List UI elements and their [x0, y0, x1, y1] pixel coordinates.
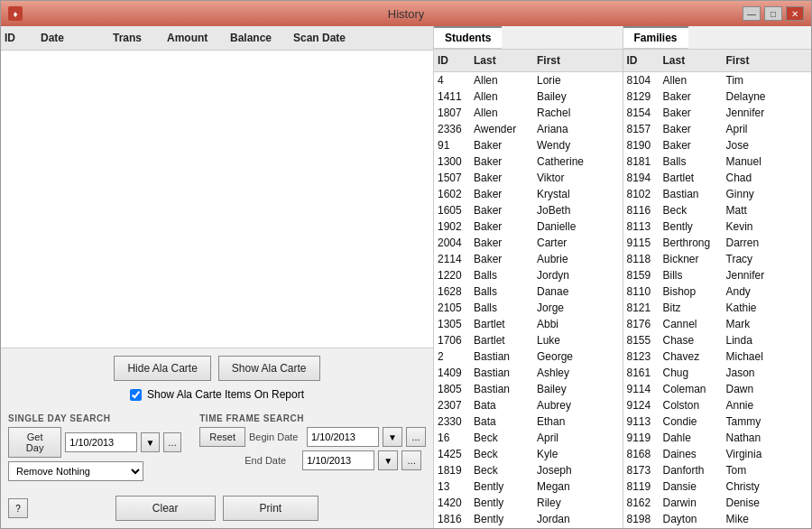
list-item[interactable]: 8159BillsJennifer	[623, 267, 812, 283]
list-item[interactable]: 1628BallsDanae	[434, 283, 623, 300]
list-item[interactable]: 1305BartletAbbi	[434, 316, 623, 332]
reset-begin-row: Reset Begin Date ▼ …	[199, 427, 426, 447]
list-item[interactable]: 2330BataEthan	[434, 413, 623, 430]
list-item[interactable]: 2105BallsJorge	[434, 300, 623, 316]
show-ala-carte-button[interactable]: Show Ala Carte	[218, 356, 320, 381]
title-bar: ♦ History — □ ✕	[1, 1, 811, 26]
list-item[interactable]: 9124ColstonAnnie	[623, 397, 812, 413]
students-tab[interactable]: Students	[434, 26, 502, 49]
list-item[interactable]: 8181BallsManuel	[623, 153, 812, 170]
single-day-date-input[interactable]	[65, 432, 137, 452]
hide-ala-carte-button[interactable]: Hide Ala Carte	[114, 356, 210, 381]
list-item[interactable]: 1902BakerDanielle	[434, 218, 623, 235]
families-scrollbar-header	[795, 52, 809, 69]
col-scandate: Scan Date	[290, 30, 362, 46]
list-item[interactable]: 1425BeckKyle	[434, 446, 623, 462]
list-item[interactable]: 2336AwenderAriana	[434, 121, 623, 137]
app-icon: ♦	[8, 6, 23, 21]
list-item[interactable]: 8129BakerDelayne	[623, 88, 812, 105]
list-item[interactable]: 91BakerWendy	[434, 137, 623, 153]
list-item[interactable]: 8110BishopAndy	[623, 283, 812, 300]
list-item[interactable]: 8104AllenTim	[623, 72, 812, 88]
list-item[interactable]: 1507BakerViktor	[434, 170, 623, 186]
list-item[interactable]: 8168DainesVirginia	[623, 446, 812, 462]
families-col-last: Last	[660, 52, 723, 69]
list-item[interactable]: 16BeckApril	[434, 430, 623, 446]
students-panel: Students ID Last First 4AllenLorie1411Al…	[434, 26, 623, 528]
show-ala-carte-label: Show Ala Carte Items On Report	[147, 388, 304, 401]
list-item[interactable]: 8198DaytonMike	[623, 511, 812, 527]
families-list[interactable]: 8104AllenTim8129BakerDelayne8154BakerJen…	[623, 72, 812, 528]
window-title: History	[388, 7, 424, 21]
minimize-button[interactable]: —	[743, 6, 761, 21]
show-ala-carte-row: Show Ala Carte Items On Report	[8, 388, 426, 401]
list-item[interactable]: 1220BallsJordyn	[434, 267, 623, 283]
list-item[interactable]: 8119DansieChristy	[623, 478, 812, 495]
list-item[interactable]: 8193DillengerJennifer	[623, 527, 812, 528]
title-bar-left: ♦	[8, 6, 23, 21]
help-button[interactable]: ?	[8, 498, 28, 518]
list-item[interactable]: 2004BakerCarter	[434, 235, 623, 251]
list-item[interactable]: 1706BartletLuke	[434, 332, 623, 348]
list-item[interactable]: 1816BentlyJordan	[434, 511, 623, 527]
list-item[interactable]: 8121BitzKathie	[623, 300, 812, 316]
end-date-more-button[interactable]: …	[401, 450, 421, 470]
begin-date-input[interactable]	[307, 427, 379, 447]
list-item[interactable]: 8118BicknerTracy	[623, 251, 812, 267]
list-item[interactable]: 8116BeckMatt	[623, 202, 812, 218]
begin-date-more-button[interactable]: …	[406, 427, 426, 447]
begin-date-calendar-button[interactable]: ▼	[383, 427, 402, 447]
list-item[interactable]: 2307BataAubrey	[434, 397, 623, 413]
list-item[interactable]: 8190BakerJose	[623, 137, 812, 153]
list-item[interactable]: 2114BakerAubrie	[434, 251, 623, 267]
list-item[interactable]: 8162DarwinDenise	[623, 495, 812, 511]
list-item[interactable]: 1807AllenRachel	[434, 105, 623, 121]
list-item[interactable]: 2BastianGeorge	[434, 348, 623, 365]
list-item[interactable]: 8161ChugJason	[623, 365, 812, 381]
list-item[interactable]: 1605BakerJoBeth	[434, 202, 623, 218]
list-item[interactable]: 1411AllenBailey	[434, 88, 623, 105]
list-item[interactable]: 8194BartletChad	[623, 170, 812, 186]
list-item[interactable]: 1805BastianBailey	[434, 381, 623, 397]
col-balance: Balance	[226, 30, 290, 46]
list-item[interactable]: 8173DanforthTom	[623, 462, 812, 478]
left-panel: ID Date Trans Amount Balance Scan Date H…	[1, 26, 434, 528]
list-item[interactable]: 1300BakerCatherine	[434, 153, 623, 170]
list-item[interactable]: 9113CondieTammy	[623, 413, 812, 430]
list-item[interactable]: 9115BerthrongDarren	[623, 235, 812, 251]
list-item[interactable]: 1420BentlyRiley	[434, 495, 623, 511]
list-item[interactable]: 8123ChavezMichael	[623, 348, 812, 365]
students-list[interactable]: 4AllenLorie1411AllenBailey1807AllenRache…	[434, 72, 623, 528]
list-item[interactable]: 1328BerthrongCallie	[434, 527, 623, 528]
ala-carte-buttons: Hide Ala Carte Show Ala Carte	[8, 356, 426, 381]
single-day-more-button[interactable]: …	[163, 432, 181, 452]
list-item[interactable]: 4AllenLorie	[434, 72, 623, 88]
show-ala-carte-checkbox[interactable]	[130, 389, 142, 401]
list-item[interactable]: 8155ChaseLinda	[623, 332, 812, 348]
list-item[interactable]: 1602BakerKrystal	[434, 186, 623, 202]
list-item[interactable]: 9114ColemanDawn	[623, 381, 812, 397]
left-table-header: ID Date Trans Amount Balance Scan Date	[1, 26, 433, 51]
list-item[interactable]: 8176CannelMark	[623, 316, 812, 332]
remove-nothing-select[interactable]: Remove Nothing	[8, 461, 143, 481]
list-item[interactable]: 1819BeckJoseph	[434, 462, 623, 478]
close-button[interactable]: ✕	[786, 6, 804, 21]
list-item[interactable]: 13BentlyMegan	[434, 478, 623, 495]
print-button[interactable]: Print	[223, 496, 319, 521]
end-date-input[interactable]	[302, 450, 374, 470]
reset-button[interactable]: Reset	[199, 427, 245, 447]
list-item[interactable]: 9119DahleNathan	[623, 430, 812, 446]
clear-button[interactable]: Clear	[115, 496, 216, 521]
get-day-button[interactable]: Get Day	[8, 427, 61, 458]
single-day-calendar-button[interactable]: ▼	[141, 432, 159, 452]
list-item[interactable]: 8154BakerJennifer	[623, 105, 812, 121]
col-id: ID	[1, 30, 37, 46]
bottom-controls: Hide Ala Carte Show Ala Carte Show Ala C…	[1, 348, 433, 528]
list-item[interactable]: 8113BentlyKevin	[623, 218, 812, 235]
end-date-calendar-button[interactable]: ▼	[378, 450, 398, 470]
families-tab[interactable]: Families	[623, 26, 688, 49]
list-item[interactable]: 8157BakerApril	[623, 121, 812, 137]
list-item[interactable]: 8102BastianGinny	[623, 186, 812, 202]
maximize-button[interactable]: □	[764, 6, 782, 21]
list-item[interactable]: 1409BastianAshley	[434, 365, 623, 381]
